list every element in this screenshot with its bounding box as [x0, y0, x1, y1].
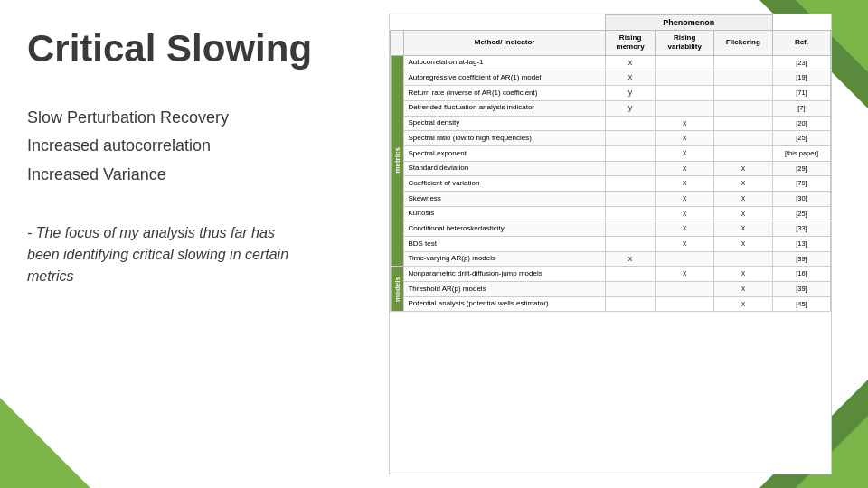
- method-cell: Threshold AR(p) models: [404, 282, 605, 297]
- ref-cell: [39]: [772, 251, 830, 267]
- rising_memory-cell: [605, 131, 656, 146]
- rising_var-cell: x: [656, 221, 713, 237]
- flickering-cell: x: [713, 282, 772, 297]
- rising_memory-cell: [605, 176, 656, 192]
- ref-cell: [25]: [772, 131, 830, 146]
- rising_var-cell: x: [656, 116, 713, 131]
- flickering-cell: x: [713, 161, 772, 176]
- ref-cell: [19]: [772, 70, 830, 86]
- rising_memory-cell: [605, 296, 656, 312]
- ref-cell: [79]: [772, 176, 830, 192]
- table-row: Coefficient of variationxx[79]: [391, 176, 831, 192]
- table-phenomenon-row: Phenomenon: [391, 15, 831, 31]
- phenomenon-header: Phenomenon: [605, 15, 772, 31]
- col-ref: Ref.: [772, 31, 830, 56]
- ref-cell: [29]: [772, 161, 830, 176]
- rising_memory-cell: [605, 282, 656, 297]
- left-panel: Critical Slowing Slow Perturbation Recov…: [27, 0, 362, 488]
- table-row: Return rate (inverse of AR(1) coefficien…: [391, 86, 831, 101]
- rising_var-cell: [656, 70, 713, 86]
- flickering-cell: x: [713, 206, 772, 221]
- flickering-cell: [713, 251, 772, 267]
- col-rising-var: Risingvariability: [656, 31, 713, 56]
- table-row: Spectral densityx[20]: [391, 116, 831, 131]
- method-cell: Detrended fluctuation analysis indicator: [404, 100, 605, 116]
- method-cell: Spectral density: [404, 116, 605, 131]
- col-rising-memory: Risingmemory: [605, 31, 656, 56]
- rising_var-cell: x: [656, 191, 713, 206]
- flickering-cell: x: [713, 296, 772, 312]
- ref-cell: [13]: [772, 237, 830, 252]
- flickering-cell: [713, 70, 772, 86]
- rising_memory-cell: [605, 191, 656, 206]
- method-cell: Coefficient of variation: [404, 176, 605, 192]
- ref-cell: [7]: [772, 100, 830, 116]
- table-row: Kurtosisxx[25]: [391, 206, 831, 221]
- method-cell: Nonparametric drift-diffusion-jump model…: [404, 267, 605, 282]
- flickering-cell: [713, 86, 772, 101]
- bullet-increased-autocorrelation: Increased autocorrelation: [27, 135, 362, 157]
- rising_var-cell: [656, 86, 713, 101]
- flickering-cell: x: [713, 191, 772, 206]
- method-cell: Spectral ratio (low to high frequencies): [404, 131, 605, 146]
- rising_var-cell: [656, 296, 713, 312]
- ref-cell: [39]: [772, 282, 830, 297]
- rising_memory-cell: [605, 206, 656, 221]
- rising_memory-cell: [605, 237, 656, 252]
- rising_memory-cell: x: [605, 55, 656, 70]
- flickering-cell: [713, 131, 772, 146]
- method-cell: Skewness: [404, 191, 605, 206]
- table-row: BDS testxx[13]: [391, 237, 831, 252]
- rising_memory-cell: y: [605, 86, 656, 101]
- rising_var-cell: x: [656, 176, 713, 192]
- method-cell: Standard deviation: [404, 161, 605, 176]
- method-cell: Spectral exponent: [404, 145, 605, 161]
- table-header-row: Method/ Indicator Risingmemory Risingvar…: [391, 31, 831, 56]
- italic-note: - The focus of my analysis thus far has …: [27, 222, 307, 287]
- method-cell: BDS test: [404, 237, 605, 252]
- method-cell: Autocorrelation at-lag-1: [404, 55, 605, 70]
- bullet-increased-variance: Increased Variance: [27, 164, 362, 186]
- flickering-cell: [713, 145, 772, 161]
- rising_var-cell: [656, 282, 713, 297]
- section-label: metrics: [391, 55, 404, 267]
- table-row: Spectral exponentx[this paper]: [391, 145, 831, 161]
- section-label: models: [391, 267, 404, 312]
- method-cell: Autoregressive coefficient of AR(1) mode…: [404, 70, 605, 86]
- rising_memory-cell: [605, 161, 656, 176]
- rising_memory-cell: x: [605, 70, 656, 86]
- rising_memory-cell: x: [605, 251, 656, 267]
- rising_var-cell: x: [656, 267, 713, 282]
- table-row: Potential analysis (potential wells esti…: [391, 296, 831, 312]
- table-body: metricsAutocorrelation at-lag-1x[23]Auto…: [391, 55, 831, 312]
- flickering-cell: [713, 100, 772, 116]
- rising_memory-cell: [605, 145, 656, 161]
- method-cell: Kurtosis: [404, 206, 605, 221]
- rising_var-cell: [656, 251, 713, 267]
- rising_var-cell: x: [656, 131, 713, 146]
- table-row: Detrended fluctuation analysis indicator…: [391, 100, 831, 116]
- ref-cell: [25]: [772, 206, 830, 221]
- ref-cell: [33]: [772, 221, 830, 237]
- method-cell: Potential analysis (potential wells esti…: [404, 296, 605, 312]
- table-row: Threshold AR(p) modelsx[39]: [391, 282, 831, 297]
- col-flickering: Flickering: [713, 31, 772, 56]
- rising_var-cell: x: [656, 161, 713, 176]
- flickering-cell: x: [713, 221, 772, 237]
- ref-cell: [20]: [772, 116, 830, 131]
- flickering-cell: [713, 116, 772, 131]
- rising_memory-cell: [605, 267, 656, 282]
- table-row: metricsAutocorrelation at-lag-1x[23]: [391, 55, 831, 70]
- method-cell: Time-varying AR(p) models: [404, 251, 605, 267]
- table-row: Conditional heteroskedasticityxx[33]: [391, 221, 831, 237]
- ref-cell: [30]: [772, 191, 830, 206]
- ref-cell: [45]: [772, 296, 830, 312]
- rising_var-cell: [656, 55, 713, 70]
- table-row: Skewnessxx[30]: [391, 191, 831, 206]
- right-panel-table: Phenomenon Method/ Indicator Risingmemor…: [389, 14, 832, 474]
- method-cell: Conditional heteroskedasticity: [404, 221, 605, 237]
- table-container: Phenomenon Method/ Indicator Risingmemor…: [390, 14, 831, 474]
- flickering-cell: [713, 55, 772, 70]
- ref-cell: [23]: [772, 55, 830, 70]
- table-row: Standard deviationxx[29]: [391, 161, 831, 176]
